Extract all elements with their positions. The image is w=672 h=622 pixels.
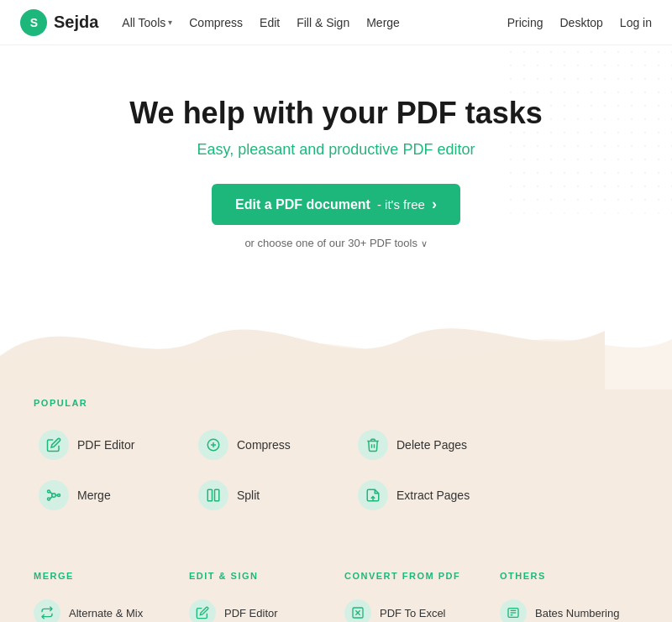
tool-name-delete-pages: Delete Pages [396,438,467,452]
cta-free-text: - it's free [377,197,425,212]
logo-text: Sejda [54,13,98,32]
navbar: S Sejda All Tools ▾ Compress Edit Fill &… [0,0,672,45]
sub-tool-icon-bates [500,599,527,622]
nav-right: Pricing Desktop Log in [507,16,652,29]
edit-sign-section: EDIT & SIGN PDF Editor Fill & Sign Creat… [189,571,328,622]
edit-sign-label: EDIT & SIGN [189,571,328,581]
tool-icon-delete-pages [358,430,388,460]
tool-compress[interactable]: Compress [193,423,353,467]
logo-icon: S [20,9,47,36]
tool-pdf-editor[interactable]: PDF Editor [34,423,193,467]
sub-tool-name-pdf-excel: PDF To Excel [380,607,446,619]
tool-icon-pdf-editor [39,430,69,460]
tool-name-merge: Merge [77,489,111,502]
convert-label: CONVERT FROM PDF [344,571,483,581]
merge-label: MERGE [34,571,172,581]
svg-rect-10 [207,489,212,501]
sub-tool-icon-alternate [34,599,60,622]
sub-tool-pdf-editor[interactable]: PDF Editor [189,594,328,622]
popular-label: POPULAR [34,398,638,408]
nav-login[interactable]: Log in [620,16,652,29]
nav-link-alltools[interactable]: All Tools ▾ [122,16,172,29]
tool-split[interactable]: Split [193,473,353,517]
tool-extract-pages[interactable]: Extract Pages [353,473,512,517]
cta-arrow-icon: › [432,196,437,213]
nav-link-merge[interactable]: Merge [366,16,400,29]
convert-section: CONVERT FROM PDF PDF To Excel PDF To JPG… [344,571,483,622]
tool-name-compress: Compress [237,438,291,452]
hero-subheadline: Easy, pleasant and productive PDF editor [0,141,672,159]
svg-rect-11 [215,489,219,501]
hero-cta-button[interactable]: Edit a PDF document - it's free › [212,184,460,225]
sub-tool-name-alternate-mix: Alternate & Mix [69,607,143,619]
svg-line-8 [50,496,53,499]
hero-headline: We help with your PDF tasks [0,96,672,131]
others-section: OTHERS Bates Numbering Crop Delete Pages… [500,571,638,622]
sub-tool-icon-pdf-excel [344,599,371,622]
wave-decoration [0,289,672,389]
tool-icon-merge [39,480,69,510]
nav-link-edit[interactable]: Edit [260,16,280,29]
nav-link-compress[interactable]: Compress [189,16,243,29]
svg-point-5 [48,498,50,500]
merge-section: MERGE Alternate & Mix Merge Organize [34,571,172,622]
nav-left: S Sejda All Tools ▾ Compress Edit Fill &… [20,9,400,36]
others-label: OTHERS [500,571,638,581]
tool-name-extract-pages: Extract Pages [396,489,470,502]
lower-sections: MERGE Alternate & Mix Merge Organize EDI… [0,562,672,622]
tool-icon-compress [198,430,228,460]
nav-pricing[interactable]: Pricing [507,16,543,29]
hero-sub-text: or choose one of our 30+ PDF tools ∨ [0,237,672,249]
hero-section: We help with your PDF tasks Easy, pleasa… [0,45,672,289]
sub-tool-bates[interactable]: Bates Numbering [500,594,638,622]
logo[interactable]: S Sejda [20,9,98,36]
tool-name-split: Split [237,489,260,502]
cta-main-text: Edit a PDF document [235,197,370,212]
tool-name-pdf-editor: PDF Editor [77,438,134,452]
sub-tool-alternate-mix[interactable]: Alternate & Mix [34,594,172,622]
tool-icon-split [198,480,228,510]
chevron-down-icon: ∨ [421,238,428,248]
sub-tool-name-pdf-editor: PDF Editor [224,607,278,619]
popular-tools-grid: PDF Editor Compress Delete Pages Merge S [34,423,638,517]
nav-desktop[interactable]: Desktop [559,16,602,29]
svg-point-4 [48,490,50,493]
sub-tool-name-bates: Bates Numbering [535,607,619,619]
popular-section: POPULAR PDF Editor Compress Delete Pages… [0,389,672,562]
tool-delete-pages[interactable]: Delete Pages [353,423,512,467]
svg-line-7 [50,492,53,494]
chevron-down-icon: ▾ [168,18,172,27]
tool-merge[interactable]: Merge [34,473,193,517]
nav-links: All Tools ▾ Compress Edit Fill & Sign Me… [122,16,400,29]
sub-tool-icon-pdf-editor [189,599,216,622]
sub-tool-pdf-excel[interactable]: PDF To Excel [344,594,483,622]
tool-icon-extract-pages [358,480,388,510]
nav-link-fillsign[interactable]: Fill & Sign [297,16,349,29]
svg-point-6 [58,494,60,497]
